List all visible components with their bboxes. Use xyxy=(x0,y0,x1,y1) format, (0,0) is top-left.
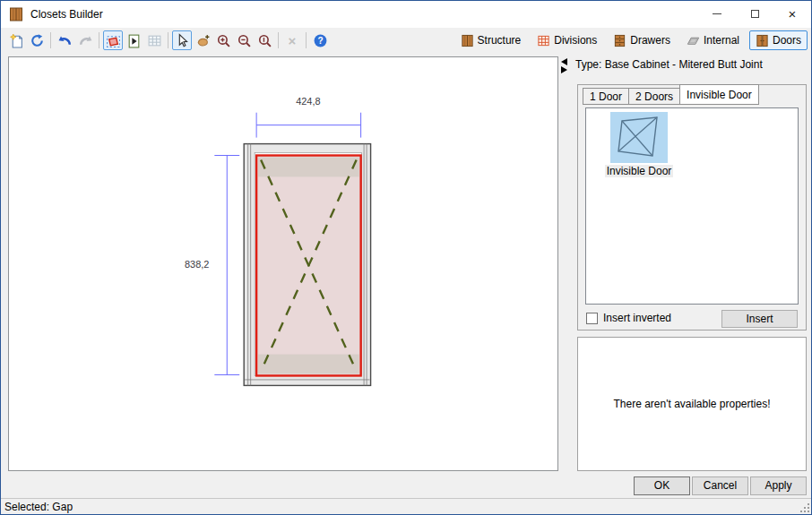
zoom-in-icon xyxy=(216,33,231,48)
ok-button[interactable]: OK xyxy=(634,476,690,495)
list-item-invisible-door[interactable]: Invisible Door xyxy=(604,112,674,177)
refresh-icon xyxy=(30,33,45,48)
panel-collapse-handle[interactable] xyxy=(560,57,569,73)
maximize-button[interactable] xyxy=(736,1,773,27)
structure-label: Structure xyxy=(478,34,522,47)
door-chooser-panel: 1 Door 2 Doors Invisible Door Invisible … xyxy=(577,84,807,330)
toolbar-separator xyxy=(168,32,168,48)
door-list[interactable]: Invisible Door xyxy=(585,107,799,305)
window-title: Closets Builder xyxy=(30,8,103,21)
maximize-icon xyxy=(751,10,759,18)
divisions-icon xyxy=(537,34,550,47)
hand-add-icon xyxy=(195,33,211,48)
toolbar-separator xyxy=(306,32,307,48)
internal-icon xyxy=(687,34,700,47)
collapse-right-icon xyxy=(561,66,567,73)
cabinet-type-label: Type: Base Cabinet - Mitered Butt Joint xyxy=(575,56,763,73)
tab-invisible-door[interactable]: Invisible Door xyxy=(679,84,759,105)
invisible-door-shape[interactable] xyxy=(256,156,360,376)
toolbar-separator xyxy=(99,32,99,48)
select-cursor-button[interactable] xyxy=(172,30,192,50)
statusbar: Selected: Gap xyxy=(1,498,811,514)
close-button[interactable]: × xyxy=(773,1,811,27)
delete-icon: × xyxy=(289,34,297,47)
doors-label: Doors xyxy=(773,34,801,47)
status-selected-label: Selected: Gap xyxy=(4,501,73,513)
invisible-door-icon xyxy=(610,112,668,163)
undo-button[interactable] xyxy=(55,30,74,50)
divisions-label: Divisions xyxy=(554,34,597,47)
help-button[interactable]: ? xyxy=(310,30,330,50)
zoom-out-icon xyxy=(237,33,252,48)
insert-inverted-checkbox[interactable] xyxy=(586,313,598,324)
undo-icon xyxy=(57,33,73,48)
zoom-region-icon xyxy=(257,33,272,48)
cursor-icon xyxy=(175,33,190,48)
insert-row: Insert inverted Insert xyxy=(585,310,799,328)
zoom-out-button[interactable] xyxy=(234,30,254,50)
grid-button[interactable] xyxy=(144,30,164,50)
resize-grip-icon[interactable] xyxy=(799,502,809,512)
minimize-icon xyxy=(713,13,721,14)
drawing-canvas[interactable]: 424,8 838,2 xyxy=(8,56,558,471)
toolbar-separator xyxy=(50,32,51,48)
width-dimension: 424,8 xyxy=(256,96,360,138)
preview-icon xyxy=(126,33,142,48)
minimize-button[interactable] xyxy=(698,1,736,27)
new-document-button[interactable] xyxy=(6,30,26,50)
toolbar-separator xyxy=(278,32,279,48)
apply-button[interactable]: Apply xyxy=(750,476,807,495)
tab-2-doors[interactable]: 2 Doors xyxy=(628,88,680,105)
toolbar: × ? Structure xyxy=(1,28,811,53)
svg-text:?: ? xyxy=(317,36,323,46)
drawers-icon xyxy=(613,34,626,47)
zoom-region-button[interactable] xyxy=(255,30,274,50)
invisible-door-thumbnail xyxy=(610,112,668,163)
refresh-button[interactable] xyxy=(27,30,47,50)
properties-panel: There aren't available properties! xyxy=(577,337,807,471)
grid-icon xyxy=(147,33,162,48)
closets-builder-window: Closets Builder × xyxy=(0,0,812,515)
delete-button[interactable]: × xyxy=(282,30,302,50)
drawers-button[interactable]: Drawers xyxy=(607,30,677,50)
width-dimension-label: 424,8 xyxy=(296,96,320,107)
zoom-in-button[interactable] xyxy=(213,30,233,50)
app-icon[interactable] xyxy=(9,7,23,21)
list-item-label: Invisible Door xyxy=(605,165,674,177)
structure-icon xyxy=(461,34,474,47)
collapse-left-icon xyxy=(561,58,567,65)
cabinet-drawing: 424,8 838,2 xyxy=(9,57,557,470)
hand-add-button[interactable] xyxy=(193,30,212,50)
internal-label: Internal xyxy=(704,34,739,47)
edit-shape-icon xyxy=(106,33,121,48)
structure-button[interactable]: Structure xyxy=(454,30,528,50)
door-tabs: 1 Door 2 Doors Invisible Door xyxy=(583,88,758,105)
help-icon: ? xyxy=(313,33,328,48)
preview-button[interactable] xyxy=(124,30,143,50)
height-dimension: 838,2 xyxy=(185,156,239,375)
redo-button[interactable] xyxy=(75,30,95,50)
doors-icon xyxy=(756,34,769,47)
redo-icon xyxy=(78,33,93,48)
properties-message: There aren't available properties! xyxy=(613,398,770,410)
new-document-icon xyxy=(9,33,24,48)
cancel-button[interactable]: Cancel xyxy=(692,476,748,495)
edit-shape-button[interactable] xyxy=(103,30,123,50)
doors-button[interactable]: Doors xyxy=(749,30,808,50)
titlebar: Closets Builder × xyxy=(1,1,811,28)
internal-button[interactable]: Internal xyxy=(680,30,746,50)
tab-1-door[interactable]: 1 Door xyxy=(583,88,629,105)
drawers-label: Drawers xyxy=(630,34,670,47)
insert-button[interactable]: Insert xyxy=(721,310,798,328)
insert-inverted-label: Insert inverted xyxy=(603,312,671,324)
divisions-button[interactable]: Divisions xyxy=(531,30,603,50)
close-icon: × xyxy=(789,6,797,21)
height-dimension-label: 838,2 xyxy=(185,259,209,270)
